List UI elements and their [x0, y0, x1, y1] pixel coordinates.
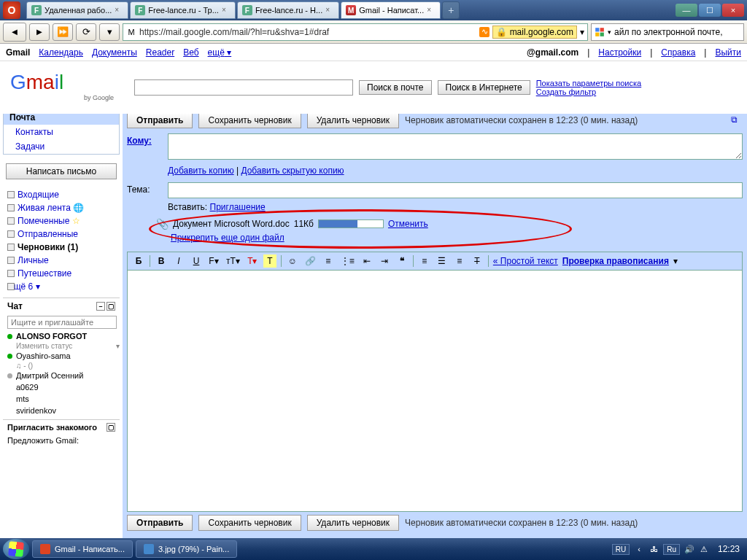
- align-center-button[interactable]: ☰: [436, 254, 449, 268]
- chat-minimize-icon[interactable]: –: [96, 302, 105, 311]
- minimize-button[interactable]: —: [676, 4, 697, 17]
- chat-status-change[interactable]: Изменить статус▾: [3, 342, 120, 350]
- taskbar-item[interactable]: Gmail - Написать...: [32, 540, 133, 558]
- folder-personal[interactable]: Личные: [3, 254, 120, 267]
- align-left-button[interactable]: ≡: [418, 254, 431, 268]
- rewind-button[interactable]: ⏩: [53, 23, 73, 41]
- add-cc-link[interactable]: Добавить копию: [168, 166, 234, 176]
- nav-gmail[interactable]: Gmail: [6, 47, 30, 58]
- insert-invitation-link[interactable]: Приглашение: [210, 202, 266, 212]
- browser-tab[interactable]: F Free-lance.ru - Тр... ×: [130, 1, 236, 19]
- search-web-button[interactable]: Поиск в Интернете: [438, 80, 530, 95]
- outdent-button[interactable]: ⇤: [360, 254, 374, 268]
- discard-button-bottom[interactable]: Удалить черновик: [307, 515, 399, 531]
- align-right-button[interactable]: ≡: [453, 254, 466, 268]
- reload-button[interactable]: ⟳: [76, 23, 96, 41]
- color-button[interactable]: T▾: [246, 254, 259, 268]
- folder-inbox[interactable]: Входящие: [3, 188, 120, 201]
- close-icon[interactable]: ×: [325, 6, 334, 15]
- close-icon[interactable]: ×: [115, 6, 123, 15]
- rss-icon[interactable]: ∿: [479, 27, 489, 37]
- sidebar-tasks[interactable]: Задачи: [4, 139, 119, 154]
- quote-button[interactable]: ❝: [395, 254, 409, 268]
- home-button[interactable]: ▾: [99, 23, 120, 41]
- search-options-link[interactable]: Показать параметры поиска: [536, 79, 641, 88]
- spellcheck-link[interactable]: Проверка правописания: [562, 256, 669, 266]
- browser-tab[interactable]: F Удаленная рабо... ×: [26, 1, 128, 19]
- nav-documents[interactable]: Документы: [92, 47, 137, 58]
- dropdown-icon[interactable]: ▾: [608, 28, 611, 36]
- browser-search-box[interactable]: ▾: [591, 23, 744, 41]
- chat-search-input[interactable]: [7, 316, 117, 329]
- close-icon[interactable]: ×: [427, 6, 436, 15]
- chat-self[interactable]: ALONSO FORGOT: [3, 330, 120, 342]
- subject-field[interactable]: [168, 182, 743, 198]
- start-button[interactable]: [3, 539, 29, 559]
- tray-shield-icon[interactable]: ⚠: [699, 544, 709, 554]
- size-button[interactable]: тТ▾: [225, 254, 241, 268]
- nav-web[interactable]: Веб: [183, 47, 198, 58]
- add-bcc-link[interactable]: Добавить скрытую копию: [241, 166, 344, 176]
- chat-popout-icon[interactable]: ▢: [107, 302, 115, 311]
- nav-help[interactable]: Справка: [661, 47, 695, 58]
- create-filter-link[interactable]: Создать фильтр: [536, 88, 641, 96]
- gmail-search-input[interactable]: [134, 79, 353, 96]
- dropdown-icon[interactable]: ▾: [580, 27, 584, 37]
- dropdown-icon[interactable]: ▾: [673, 256, 678, 266]
- compose-button[interactable]: Написать письмо: [6, 163, 117, 179]
- folder-starred[interactable]: Помеченные ☆: [3, 214, 120, 228]
- send-button[interactable]: Отправить: [127, 112, 193, 128]
- language-indicator[interactable]: RU: [612, 544, 630, 555]
- clear-format-button[interactable]: T: [471, 254, 484, 268]
- search-mail-button[interactable]: Поиск в почте: [359, 80, 432, 95]
- close-icon[interactable]: ×: [222, 6, 231, 15]
- to-field[interactable]: [168, 133, 743, 160]
- nav-calendar[interactable]: Календарь: [39, 47, 83, 58]
- font-button[interactable]: F▾: [207, 254, 220, 268]
- address-bar[interactable]: M https://mail.google.com/mail/?hl=ru&sh…: [123, 23, 588, 41]
- attach-another-link[interactable]: Прикрепить еще один файл: [171, 233, 285, 243]
- new-tab-button[interactable]: +: [442, 1, 460, 19]
- close-window-button[interactable]: ×: [722, 4, 744, 17]
- chat-contact[interactable]: Oyashiro-sama: [3, 350, 120, 362]
- folder-more[interactable]: ещё 6 ▾: [3, 280, 120, 293]
- tray-volume-icon[interactable]: 🔊: [684, 544, 694, 554]
- numbered-list-button[interactable]: ≡: [322, 254, 335, 268]
- nav-reader[interactable]: Reader: [146, 47, 174, 58]
- browser-tab-active[interactable]: M Gmail - Написат... ×: [341, 1, 441, 19]
- language-indicator-2[interactable]: Ru: [663, 544, 680, 555]
- compose-editor[interactable]: [127, 270, 743, 512]
- chat-contact[interactable]: Дмитрий Осенний: [3, 370, 120, 381]
- highlight-button[interactable]: T: [263, 254, 276, 268]
- plain-text-link[interactable]: « Простой текст: [493, 256, 558, 266]
- emoji-button[interactable]: ☺: [286, 254, 299, 268]
- taskbar-clock[interactable]: 12:23: [713, 544, 744, 554]
- bullet-list-button[interactable]: ⋮≡: [339, 254, 356, 268]
- indent-button[interactable]: ⇥: [378, 254, 391, 268]
- browser-search-input[interactable]: [614, 27, 740, 37]
- forward-button[interactable]: ►: [29, 23, 50, 41]
- folder-travel[interactable]: Путешествие: [3, 267, 120, 280]
- chat-contact[interactable]: a0629: [3, 381, 120, 393]
- to-label[interactable]: Кому:: [127, 136, 152, 146]
- nav-more[interactable]: ещё ▾: [208, 47, 232, 58]
- bold-button[interactable]: Б: [132, 254, 145, 268]
- link-button[interactable]: 🔗: [303, 254, 317, 268]
- chat-contact[interactable]: sviridenkov: [3, 405, 120, 416]
- opera-menu-icon[interactable]: O: [3, 1, 20, 19]
- bold-alt-button[interactable]: B: [155, 254, 168, 268]
- back-button[interactable]: ◄: [3, 23, 26, 42]
- italic-button[interactable]: I: [172, 254, 185, 268]
- discard-button[interactable]: Удалить черновик: [307, 112, 399, 128]
- underline-button[interactable]: U: [190, 254, 203, 268]
- browser-tab[interactable]: F Free-lance.ru - Н... ×: [237, 1, 339, 19]
- nav-settings[interactable]: Настройки: [598, 47, 641, 58]
- cancel-upload-link[interactable]: Отменить: [388, 219, 428, 229]
- sidebar-contacts[interactable]: Контакты: [4, 125, 119, 139]
- chat-contact[interactable]: mts: [3, 393, 120, 405]
- folder-sent[interactable]: Отправленные: [3, 228, 120, 241]
- folder-buzz[interactable]: Живая лента 🌐: [3, 201, 120, 214]
- save-draft-button[interactable]: Сохранить черновик: [198, 112, 301, 128]
- folder-drafts[interactable]: Черновики (1): [3, 241, 120, 254]
- tray-chevron-icon[interactable]: ‹: [634, 544, 644, 554]
